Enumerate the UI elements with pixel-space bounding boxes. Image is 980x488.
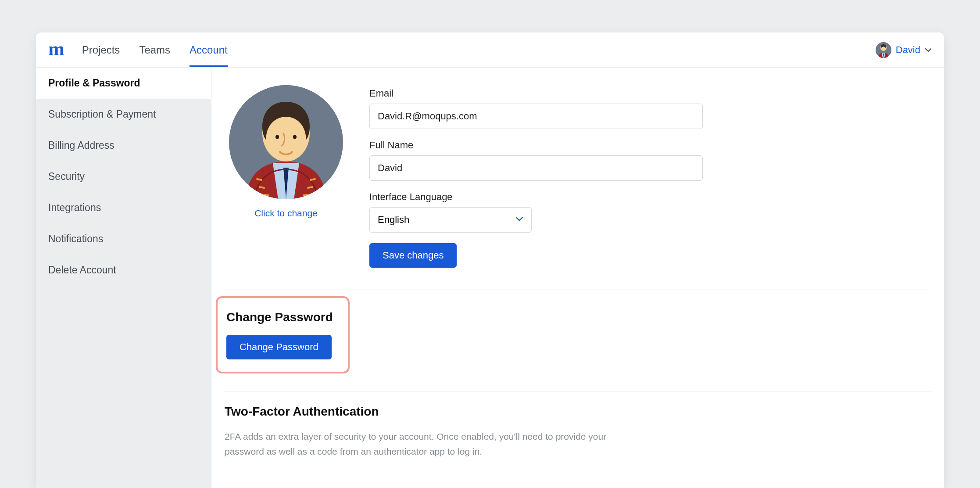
sidebar-item-notifications[interactable]: Notifications	[36, 223, 211, 255]
sidebar-item-delete-account[interactable]: Delete Account	[36, 255, 211, 286]
sidebar-item-billing-address[interactable]: Billing Address	[36, 130, 211, 161]
twofa-title: Two-Factor Authentication	[225, 405, 931, 419]
fullname-input[interactable]	[369, 155, 703, 181]
change-password-highlight: Change Password Change Password	[216, 296, 350, 373]
nav-item-projects[interactable]: Projects	[82, 32, 120, 67]
save-changes-button[interactable]: Save changes	[369, 243, 457, 268]
svg-point-5	[293, 135, 297, 139]
top-nav: Projects Teams Account	[82, 32, 228, 67]
twofa-description: 2FA adds an extra layer of security to y…	[225, 429, 611, 459]
avatar-image[interactable]	[229, 85, 343, 199]
nav-item-account[interactable]: Account	[190, 32, 228, 67]
language-label: Interface Language	[369, 191, 703, 203]
account-sidebar: Profile & Password Subscription & Paymen…	[36, 68, 211, 488]
fullname-label: Full Name	[369, 140, 703, 151]
change-password-button[interactable]: Change Password	[226, 335, 332, 359]
language-value: English	[378, 214, 409, 226]
main-panel: Click to change Email Full Name Interfac	[211, 68, 944, 488]
email-field-group: Email	[369, 88, 703, 129]
chevron-down-icon	[515, 214, 523, 226]
user-menu[interactable]: David	[876, 42, 932, 58]
language-field-group: Interface Language English	[369, 191, 703, 233]
brand-logo: m	[48, 39, 64, 59]
email-input[interactable]	[369, 104, 703, 129]
nav-item-teams[interactable]: Teams	[139, 32, 170, 67]
change-password-title: Change Password	[226, 310, 333, 324]
email-label: Email	[369, 88, 703, 99]
topbar: m Projects Teams Account	[36, 32, 944, 68]
user-name: David	[896, 44, 920, 56]
sidebar-item-integrations[interactable]: Integrations	[36, 192, 211, 223]
profile-form: Email Full Name Interface Language Engli	[369, 85, 703, 268]
language-select[interactable]: English	[369, 207, 532, 233]
sidebar-item-profile-password[interactable]: Profile & Password	[36, 68, 211, 99]
app-card: m Projects Teams Account	[36, 32, 944, 488]
chevron-down-icon	[925, 47, 932, 54]
body: Profile & Password Subscription & Paymen…	[36, 68, 944, 488]
sidebar-item-subscription-payment[interactable]: Subscription & Payment	[36, 99, 211, 130]
svg-point-4	[275, 135, 279, 139]
sidebar-item-security[interactable]: Security	[36, 161, 211, 192]
fullname-field-group: Full Name	[369, 140, 703, 181]
profile-section: Click to change Email Full Name Interfac	[225, 85, 931, 290]
section-divider	[225, 391, 931, 391]
avatar-block: Click to change	[225, 85, 343, 268]
avatar-change-link[interactable]: Click to change	[254, 208, 318, 219]
avatar-icon	[876, 42, 891, 58]
